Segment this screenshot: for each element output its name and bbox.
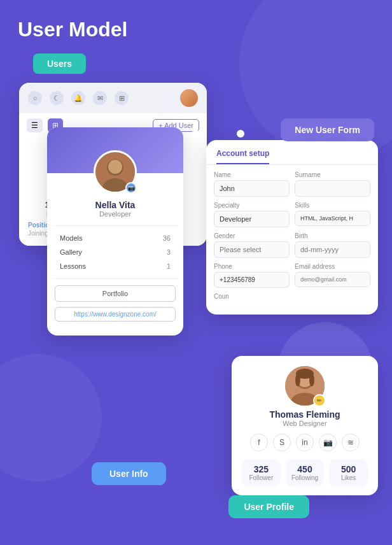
surname-label: Surname — [295, 171, 370, 178]
profile-avatar-wrapper: ✏ — [285, 366, 325, 406]
portfolio-button[interactable]: Portfolio — [55, 285, 176, 302]
tab-account-setup[interactable]: Account setup — [216, 149, 269, 164]
portfolio-url[interactable]: https://www.designzone.com/ — [55, 307, 176, 322]
gender-label: Gender — [214, 232, 290, 239]
phone-label: Phone — [214, 263, 290, 270]
gender-input[interactable] — [214, 241, 290, 258]
bell-icon: 🔔 — [71, 91, 85, 105]
rss-icon[interactable]: ≋ — [342, 434, 360, 451]
form-group-birth: Birth — [295, 232, 370, 258]
user-info-stats: Models 36 Gallery 3 Lessons 1 — [52, 225, 178, 279]
follower-count: 325 — [244, 464, 278, 474]
stat-following: 450 Following — [286, 459, 325, 486]
instagram-icon[interactable]: 📷 — [319, 434, 337, 451]
grid-icon: ⊞ — [115, 91, 129, 105]
profile-socials: f S in 📷 ≋ — [242, 434, 368, 451]
user-info-name: Nella Vita — [47, 200, 183, 210]
form-row-specialty: Specialty Skills — [206, 202, 378, 227]
form-group-name: Name — [214, 171, 290, 197]
name-label: Name — [214, 171, 290, 178]
specialty-input[interactable] — [214, 211, 290, 227]
search-icon: ○ — [28, 91, 42, 105]
specialty-label: Specialty — [214, 202, 290, 209]
skills-input[interactable] — [295, 211, 370, 226]
form-row-country: Coun — [206, 293, 378, 302]
birth-label: Birth — [295, 232, 370, 239]
user-profile-card: ✏ Thomas Fleming Web Designer f S in 📷 ≋… — [232, 356, 378, 495]
form-row-phone: Phone Email address — [206, 263, 378, 288]
name-input[interactable] — [214, 180, 290, 197]
email-input[interactable] — [295, 272, 370, 287]
form-group-skills: Skills — [295, 202, 370, 227]
form-group-country: Coun — [214, 293, 370, 302]
form-group-surname: Surname — [295, 171, 370, 197]
email-label: Email address — [295, 263, 370, 270]
connector-dot-2 — [237, 130, 244, 138]
following-label: Following — [288, 474, 322, 481]
follower-label: Follower — [244, 474, 278, 481]
browser-icons: ○ ☾ 🔔 ✉ ⊞ — [28, 91, 129, 105]
form-row-name: Name Surname — [206, 171, 378, 197]
user-info-badge[interactable]: User Info — [92, 462, 166, 485]
country-label: Coun — [214, 293, 370, 300]
user-info-role: Developer — [47, 210, 183, 218]
new-user-form-badge[interactable]: New User Form — [281, 118, 374, 141]
edit-badge[interactable]: ✏ — [313, 394, 326, 407]
mail-icon: ✉ — [93, 91, 107, 105]
stat-likes: 500 Likes — [329, 459, 368, 486]
stat-lessons: Lessons 1 — [52, 259, 178, 273]
surname-input[interactable] — [295, 180, 370, 197]
linkedin-icon[interactable]: in — [296, 434, 314, 451]
header-avatar — [180, 89, 198, 107]
following-count: 450 — [288, 464, 322, 474]
facebook-icon[interactable]: f — [250, 434, 268, 451]
form-row-gender: Gender Birth — [206, 232, 378, 258]
form-group-specialty: Specialty — [214, 202, 290, 227]
camera-badge[interactable]: 📷 — [125, 182, 137, 194]
bg-decoration-2 — [0, 354, 102, 481]
users-card-header: ○ ☾ 🔔 ✉ ⊞ — [19, 83, 207, 113]
user-profile-badge[interactable]: User Profile — [228, 495, 309, 518]
svg-point-6 — [108, 160, 122, 174]
profile-name: Thomas Fleming — [242, 409, 368, 420]
moon-icon: ☾ — [50, 91, 64, 105]
form-group-gender: Gender — [214, 232, 290, 258]
list-view-button[interactable]: ☰ — [27, 118, 43, 132]
stat-follower: 325 Follower — [242, 459, 281, 486]
svg-point-12 — [295, 374, 300, 386]
form-group-email: Email address — [295, 263, 370, 288]
birth-input[interactable] — [295, 241, 370, 258]
user-info-card: 📷 Nella Vita Developer Models 36 Gallery… — [47, 127, 183, 336]
stat-gallery: Gallery 3 — [52, 245, 178, 259]
page-title: User Model — [18, 18, 127, 41]
new-user-form-card: Account setup Name Surname Specialty Ski… — [206, 140, 378, 315]
likes-count: 500 — [332, 464, 365, 474]
likes-label: Likes — [332, 474, 365, 481]
connector-dot-1 — [192, 130, 199, 138]
phone-input[interactable] — [214, 272, 290, 288]
skype-icon[interactable]: S — [273, 434, 291, 451]
profile-stats: 325 Follower 450 Following 500 Likes — [242, 459, 368, 486]
form-group-phone: Phone — [214, 263, 290, 288]
profile-role: Web Designer — [242, 420, 368, 427]
stat-models: Models 36 — [52, 231, 178, 245]
form-tabs: Account setup — [206, 140, 378, 165]
skills-label: Skills — [295, 202, 370, 209]
users-badge[interactable]: Users — [33, 53, 86, 74]
svg-point-13 — [309, 374, 314, 386]
